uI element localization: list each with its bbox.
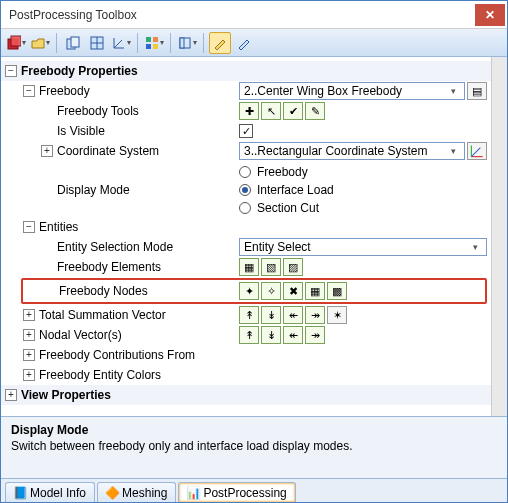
is-visible-label: Is Visible [57,124,105,138]
info-icon: 📘 [14,487,26,499]
svg-rect-11 [153,37,158,42]
is-visible-checkbox[interactable]: ✓ [239,124,253,138]
brush2-icon[interactable] [233,32,255,54]
description-title: Display Mode [11,423,497,437]
elements-pick-button[interactable]: ▧ [261,258,281,276]
tab-bar: 📘Model Info 🔶Meshing 📊PostProcessing [1,478,507,502]
svg-rect-1 [11,36,21,46]
brush1-icon[interactable] [209,32,231,54]
freebody-nodes-label: Freebody Nodes [59,284,148,298]
expand-icon[interactable]: + [23,309,35,321]
separator [137,33,138,53]
freebody-select[interactable]: 2..Center Wing Box Freebody▾ [239,82,465,100]
toolbar: ▾ ▾ ▾ ▾ ▾ [1,29,507,57]
axis-icon[interactable]: ▾ [110,32,132,54]
group-view-properties: View Properties [21,388,487,402]
tab-model-info[interactable]: 📘Model Info [5,482,95,502]
tsv-btn1[interactable]: ↟ [239,306,259,324]
nodes-btn4[interactable]: ▦ [305,282,325,300]
cube-icon[interactable]: ▾ [5,32,27,54]
svg-line-18 [471,148,480,157]
expand-icon[interactable]: + [41,145,53,157]
freebody-nodes-highlight: Freebody Nodes ✦ ✧ ✖ ▦ ▩ [21,278,487,304]
nv-btn3[interactable]: ↞ [283,326,303,344]
collapse-icon[interactable]: − [23,221,35,233]
elements-add-button[interactable]: ▦ [239,258,259,276]
freebody-options-button[interactable]: ▤ [467,82,487,100]
separator [170,33,171,53]
nodal-vectors-label: Nodal Vector(s) [39,328,122,342]
titlebar: PostProcessing Toolbox ✕ [1,1,507,29]
grid-icon[interactable] [86,32,108,54]
expand-icon[interactable]: + [23,329,35,341]
color-grid-icon[interactable]: ▾ [143,32,165,54]
nodes-btn2[interactable]: ✧ [261,282,281,300]
post-icon: 📊 [187,487,199,499]
freebody-label: Freebody [39,84,90,98]
separator [56,33,57,53]
tsv-btn2[interactable]: ↡ [261,306,281,324]
radio-section-cut[interactable] [239,202,251,214]
panel-icon[interactable]: ▾ [176,32,198,54]
separator [203,33,204,53]
description-panel: Display Mode Switch between freebody onl… [1,416,507,478]
expand-icon[interactable]: + [23,369,35,381]
open-icon[interactable]: ▾ [29,32,51,54]
entity-selection-mode-select[interactable]: Entity Select▾ [239,238,487,256]
vertical-scrollbar[interactable] [491,57,507,416]
svg-line-9 [114,40,122,48]
tab-meshing[interactable]: 🔶Meshing [97,482,176,502]
svg-rect-15 [180,38,184,48]
close-button[interactable]: ✕ [475,4,505,26]
tsv-btn4[interactable]: ↠ [305,306,325,324]
nv-btn2[interactable]: ↡ [261,326,281,344]
coord-axis-button[interactable] [467,142,487,160]
radio-section-cut-label: Section Cut [257,201,319,215]
coord-system-label: Coordinate System [57,144,159,158]
window-title: PostProcessing Toolbox [9,8,475,22]
group-freebody-properties: Freebody Properties [21,64,487,78]
tsv-btn3[interactable]: ↞ [283,306,303,324]
mesh-icon: 🔶 [106,487,118,499]
entity-colors-label: Freebody Entity Colors [39,368,161,382]
coord-system-select[interactable]: 3..Rectangular Coordinate System▾ [239,142,465,160]
freebody-tools-label: Freebody Tools [57,104,139,118]
svg-rect-3 [71,37,79,47]
total-summation-vector-label: Total Summation Vector [39,308,166,322]
radio-interface-load-label: Interface Load [257,183,334,197]
radio-freebody[interactable] [239,166,251,178]
svg-rect-10 [146,37,151,42]
tool-add-button[interactable]: ✚ [239,102,259,120]
nv-btn4[interactable]: ↠ [305,326,325,344]
nodes-btn1[interactable]: ✦ [239,282,259,300]
contributions-from-label: Freebody Contributions From [39,348,195,362]
collapse-icon[interactable]: − [5,65,17,77]
property-tree: − Freebody Properties −Freebody 2..Cente… [1,57,491,416]
tab-postprocessing[interactable]: 📊PostProcessing [178,482,295,502]
display-mode-label: Display Mode [57,183,130,197]
tool-edit-button[interactable]: ✎ [305,102,325,120]
tool-check-button[interactable]: ✔ [283,102,303,120]
svg-rect-12 [146,44,151,49]
nodes-btn3[interactable]: ✖ [283,282,303,300]
copy-icon[interactable] [62,32,84,54]
entities-label: Entities [39,220,78,234]
nodes-btn5[interactable]: ▩ [327,282,347,300]
collapse-icon[interactable]: − [23,85,35,97]
tsv-btn5[interactable]: ✶ [327,306,347,324]
entity-selection-mode-label: Entity Selection Mode [57,240,173,254]
description-body: Switch between freebody only and interfa… [11,439,497,453]
expand-icon[interactable]: + [5,389,17,401]
nv-btn1[interactable]: ↟ [239,326,259,344]
svg-rect-13 [153,44,158,49]
tool-pick-button[interactable]: ↖ [261,102,281,120]
expand-icon[interactable]: + [23,349,35,361]
radio-interface-load[interactable] [239,184,251,196]
elements-clear-button[interactable]: ▨ [283,258,303,276]
freebody-elements-label: Freebody Elements [57,260,161,274]
radio-freebody-label: Freebody [257,165,308,179]
